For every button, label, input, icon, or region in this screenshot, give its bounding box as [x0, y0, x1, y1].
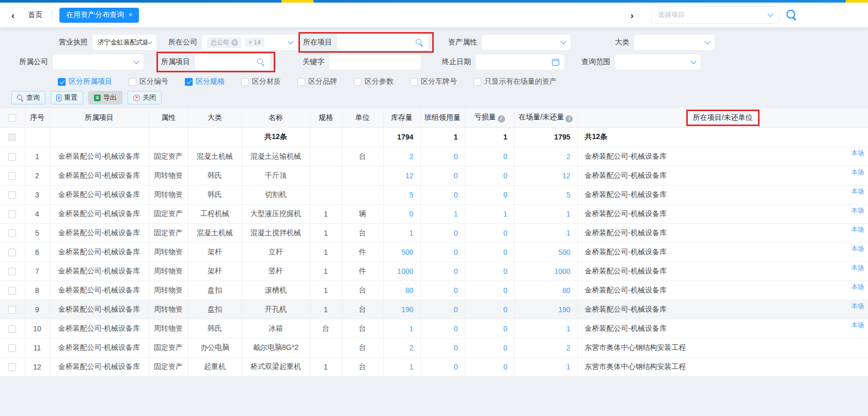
reset-button[interactable]: 重置 — [51, 91, 83, 104]
assets-table-container: 序号所属项目属性大类名称规格单位库存量班组领用量亏损量在场量/未还量所在项目/未… — [0, 109, 868, 377]
table-row-3[interactable]: 3金桥装配公司-机械设备库周转物资韩氏切割机5005金桥装配公司-机械设备库本场 — [0, 185, 868, 204]
checkbox-icon[interactable] — [354, 78, 361, 86]
checkbox-icon[interactable] — [129, 78, 136, 86]
table-row-11[interactable]: 11金桥装配公司-机械设备库固定资产办公电脑戴尔电脑8G*2台2002东营市奥体… — [0, 338, 868, 357]
cell-unit: 台 — [342, 300, 383, 319]
distinguish-option-4[interactable]: 区分材质 — [241, 77, 281, 86]
table-row-5[interactable]: 5金桥装配公司-机械设备库固定资产混凝土机械混凝土搅拌机械1台1001金桥装配公… — [0, 223, 868, 242]
table-row-8[interactable]: 8金桥装配公司-机械设备库周转物资盘扣滚槽机1台800080金桥装配公司-机械设… — [0, 281, 868, 300]
chevron-down-icon — [288, 38, 293, 44]
checkbox-icon[interactable] — [58, 78, 66, 86]
distinguish-option-8[interactable]: 只显示有在场量的资产 — [474, 77, 557, 86]
major-category-select[interactable] — [634, 34, 715, 51]
onsite-link[interactable]: 本场 — [851, 225, 864, 234]
row-checkbox[interactable] — [8, 172, 16, 180]
tabs-scroll-right-icon[interactable]: › — [630, 10, 634, 20]
tag-remove-icon[interactable] — [231, 39, 238, 46]
cell-name: 滚槽机 — [242, 281, 310, 300]
project-select[interactable]: 选择项目 — [651, 6, 779, 24]
cell-stock: 1 — [383, 357, 420, 376]
table-row-1[interactable]: 1金桥装配公司-机械设备库固定资产混凝土机械混凝土运输机械台2002金桥装配公司… — [0, 147, 868, 166]
tabs-scroll-left-icon[interactable]: ‹ — [11, 10, 14, 20]
cell-team: 0 — [420, 338, 465, 357]
onsite-link[interactable]: 本场 — [851, 302, 864, 311]
row-checkbox[interactable] — [8, 344, 16, 352]
info-icon[interactable] — [498, 115, 505, 122]
business-license-value: 济宁金虹装配式建筑科技 — [98, 38, 147, 47]
table-row-2[interactable]: 2金桥装配公司-机械设备库周转物资韩氏千斤顶120012金桥装配公司-机械设备库… — [0, 166, 868, 185]
table-row-7[interactable]: 7金桥装配公司-机械设备库周转物资架杆竖杆1件1000001000金桥装配公司-… — [0, 261, 868, 281]
cell-loss: 0 — [465, 261, 514, 281]
distinguish-option-2[interactable]: 区分编号 — [129, 77, 168, 86]
cell-category: 韩氏 — [188, 319, 242, 338]
distinguish-option-7[interactable]: 区分车牌号 — [410, 77, 457, 86]
checkbox-icon[interactable] — [297, 78, 305, 86]
distinguish-option-3[interactable]: 区分规格 — [185, 77, 225, 86]
located-project-search-input[interactable] — [336, 34, 429, 51]
onsite-link[interactable]: 本场 — [851, 244, 864, 253]
export-button[interactable]: 导出 — [88, 91, 122, 104]
query-button[interactable]: 查询 — [11, 91, 45, 104]
table-row-6[interactable]: 6金桥装配公司-机械设备库周转物资架杆立杆1件50000500金桥装配公司-机械… — [0, 242, 868, 261]
checkbox-icon[interactable] — [410, 78, 418, 86]
belong-project-search-input[interactable] — [194, 54, 271, 70]
table-row-12[interactable]: 12金桥装配公司-机械设备库固定资产起重机桥式双梁起重机1台1001东营市奥体中… — [0, 357, 868, 376]
checkbox-label: 只显示有在场量的资产 — [484, 77, 557, 86]
cell-loss: 0 — [465, 281, 514, 300]
keyword-input[interactable] — [328, 54, 421, 70]
onsite-link[interactable]: 本场 — [851, 206, 864, 215]
checkbox-icon[interactable] — [474, 78, 481, 86]
row-checkbox[interactable] — [8, 325, 16, 333]
select-all-checkbox[interactable] — [8, 114, 16, 122]
close-button[interactable]: 关闭 — [128, 91, 162, 104]
row-checkbox[interactable] — [8, 191, 16, 199]
row-checkbox[interactable] — [8, 210, 16, 218]
onsite-link[interactable]: 本场 — [851, 168, 864, 177]
tab-bar: ‹ 首页 在用资产分布查询 × › 选择项目 — [0, 3, 868, 27]
row-checkbox[interactable] — [8, 268, 16, 275]
row-checkbox[interactable] — [8, 363, 16, 371]
chevron-down-icon — [146, 38, 152, 44]
info-icon[interactable] — [565, 115, 573, 122]
query-scope-select[interactable] — [614, 54, 701, 70]
row-checkbox[interactable] — [8, 287, 16, 295]
onsite-link[interactable]: 本场 — [851, 149, 864, 158]
checkbox-icon[interactable] — [185, 78, 193, 86]
cell-project: 金桥装配公司-机械设备库 — [50, 281, 149, 300]
onsite-link[interactable]: 本场 — [851, 283, 864, 291]
search-icon[interactable] — [416, 39, 423, 47]
checkbox-icon[interactable] — [241, 78, 249, 86]
table-row-4[interactable]: 4金桥装配公司-机械设备库固定资产工程机械大型液压挖掘机1辆0111金桥装配公司… — [0, 204, 868, 223]
tab-home[interactable]: 首页 — [28, 10, 42, 20]
table-row-10[interactable]: 10金桥装配公司-机械设备库周转物资韩氏冰箱台台1001金桥装配公司-机械设备库… — [0, 319, 868, 338]
row-checkbox[interactable] — [8, 306, 16, 314]
table-header-row: 序号所属项目属性大类名称规格单位库存量班组领用量亏损量在场量/未还量所在项目/未… — [0, 109, 868, 127]
cell-attr: 固定资产 — [149, 147, 188, 166]
onsite-link[interactable]: 本场 — [851, 264, 864, 272]
row-checkbox[interactable] — [8, 229, 16, 237]
row-checkbox — [8, 133, 16, 141]
located-company-select[interactable]: 总公司 + 14 — [201, 34, 298, 51]
calendar-icon[interactable] — [552, 59, 559, 66]
table-row-9[interactable]: 9金桥装配公司-机械设备库周转物资盘扣开孔机1台19000190金桥装配公司-机… — [0, 300, 868, 319]
onsite-link[interactable]: 本场 — [851, 187, 864, 196]
distinguish-option-1[interactable]: 区分所属项目 — [58, 77, 112, 86]
major-category-label: 大类 — [615, 38, 629, 47]
asset-attribute-select[interactable] — [481, 34, 571, 51]
belong-company-select[interactable] — [52, 54, 144, 70]
tab-active-asset-query[interactable]: 在用资产分布查询 × — [59, 8, 139, 23]
column-label: 所在项目/未还单位 — [686, 110, 760, 126]
business-license-select[interactable]: 济宁金虹装配式建筑科技 — [92, 34, 157, 51]
column-header-attr: 属性 — [149, 109, 188, 127]
distinguish-option-5[interactable]: 区分品牌 — [297, 77, 337, 86]
end-date-input[interactable] — [475, 54, 565, 70]
row-checkbox[interactable] — [8, 249, 16, 256]
cell-project: 金桥装配公司-机械设备库 — [50, 319, 149, 338]
row-checkbox[interactable] — [8, 153, 16, 161]
search-icon[interactable] — [786, 10, 797, 20]
onsite-link[interactable]: 本场 — [851, 321, 864, 330]
cell-onsite: 80 — [514, 281, 577, 300]
tab-close-icon[interactable]: × — [129, 12, 132, 18]
search-icon[interactable] — [257, 58, 265, 66]
distinguish-option-6[interactable]: 区分参数 — [354, 77, 393, 86]
